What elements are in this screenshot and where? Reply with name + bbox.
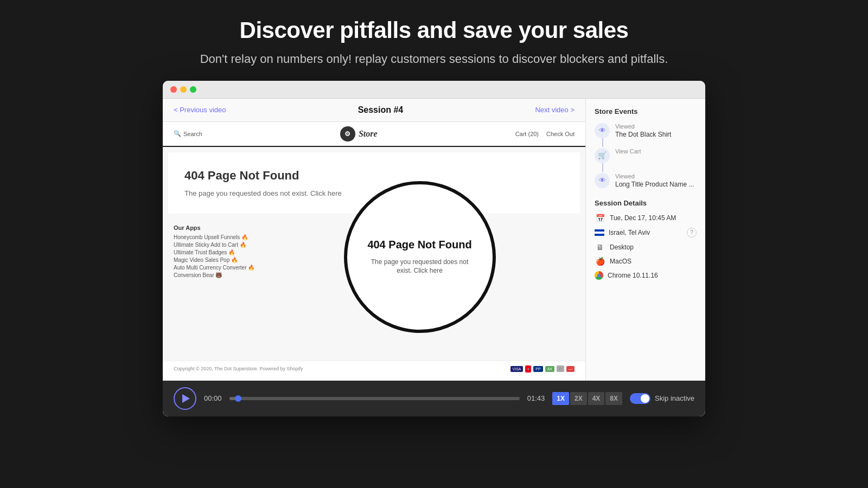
speed-1x-button[interactable]: 1X xyxy=(552,392,569,405)
dot-yellow[interactable] xyxy=(180,86,187,93)
speed-4x-button[interactable]: 4X xyxy=(588,392,605,405)
browser-titlebar xyxy=(163,81,705,99)
event-action: Viewed xyxy=(615,123,697,130)
website-content: 🔍 Search ⚙ Store Cart (20) Check Out xyxy=(163,122,585,377)
search-label: Search xyxy=(183,131,202,137)
browser-window: < Previous video Session #4 Next video >… xyxy=(163,81,705,416)
store-events-title: Store Events xyxy=(595,107,697,115)
flag-icon xyxy=(595,229,604,236)
detail-location: Israel, Tel Aviv xyxy=(609,229,650,236)
event-list: 👁 Viewed The Dot Black Shirt 🛒 View Cart xyxy=(595,123,697,188)
event-item: 👁 Viewed Long Title Product Name ... xyxy=(595,173,697,188)
player-bar: 00:00 01:43 1X 2X 4X 8X Skip inactive xyxy=(163,381,705,416)
progress-dot xyxy=(235,395,241,402)
detail-os: MacOS xyxy=(610,258,631,265)
speed-2x-button[interactable]: 2X xyxy=(570,392,587,405)
circle-404-desc: The page you requested does not exist. C… xyxy=(363,258,476,276)
event-info: View Cart xyxy=(615,148,697,156)
time-start: 00:00 xyxy=(204,394,222,402)
cart-link[interactable]: Cart (20) xyxy=(515,131,539,137)
session-nav: < Previous video Session #4 Next video > xyxy=(163,99,585,122)
event-action: Viewed xyxy=(615,173,697,179)
speed-controls: 1X 2X 4X 8X xyxy=(552,392,622,405)
mc-icon: ● xyxy=(525,365,531,373)
store-search: 🔍 Search xyxy=(174,130,202,137)
sidebar: Store Events 👁 Viewed The Dot Black Shir… xyxy=(586,99,705,381)
session-title: Session #4 xyxy=(358,105,404,115)
store-cart-links: Cart (20) Check Out xyxy=(515,131,575,137)
progress-bar[interactable] xyxy=(229,397,520,400)
calendar-icon: 📅 xyxy=(595,214,605,222)
dot-green[interactable] xyxy=(190,86,196,93)
other-icon: — xyxy=(566,366,575,372)
store-header: 🔍 Search ⚙ Store Cart (20) Check Out xyxy=(163,122,585,147)
subtitle: Don't relay on numbers only! replay cust… xyxy=(22,51,846,68)
main-title: Discover pitfalls and save your sales xyxy=(22,17,846,43)
detail-row-os: 🍎 MacOS xyxy=(595,257,697,266)
replay-area: < Previous video Session #4 Next video >… xyxy=(163,99,586,381)
play-icon xyxy=(182,394,190,403)
circle-404-title: 404 Page Not Found xyxy=(367,239,471,251)
event-action: View Cart xyxy=(615,148,697,155)
detail-row-location: Israel, Tel Aviv ? xyxy=(595,228,697,237)
store-logo: ⚙ Store xyxy=(340,126,378,142)
skip-inactive-label: Skip inactive xyxy=(655,394,694,402)
page-404-title: 404 Page Not Found xyxy=(184,169,564,183)
chrome-icon xyxy=(595,271,603,280)
paypal-icon: PP xyxy=(533,366,542,372)
payment-icons: VISA ● PP AX ⊳ — xyxy=(510,365,575,373)
copyright-text: Copyright © 2020, The Dot Superstore. Po… xyxy=(174,366,303,371)
eye-icon-2: 👁 xyxy=(595,173,610,188)
time-end: 01:43 xyxy=(527,394,545,402)
detail-device: Desktop xyxy=(610,243,634,251)
detail-datetime: Tue, Dec 17, 10:45 AM xyxy=(610,214,676,222)
detail-row-device: 🖥 Desktop xyxy=(595,243,697,252)
header-section: Discover pitfalls and save your sales Do… xyxy=(0,0,868,81)
toggle-knob xyxy=(641,394,649,403)
detail-row-datetime: 📅 Tue, Dec 17, 10:45 AM xyxy=(595,214,697,222)
desktop-icon: 🖥 xyxy=(595,243,605,252)
pay-icon: ⊳ xyxy=(557,365,564,372)
prev-video-link[interactable]: < Previous video xyxy=(174,106,226,114)
amex-icon: AX xyxy=(545,366,554,372)
toggle-wrapper: Skip inactive xyxy=(630,393,694,404)
visa-icon: VISA xyxy=(510,366,524,372)
event-item: 🛒 View Cart xyxy=(595,148,697,163)
session-details-title: Session Details xyxy=(595,199,697,207)
detail-browser: Chrome 10.11.16 xyxy=(608,272,658,279)
speed-8x-button[interactable]: 8X xyxy=(605,392,622,405)
next-video-link[interactable]: Next video > xyxy=(535,106,575,114)
website-footer: Copyright © 2020, The Dot Superstore. Po… xyxy=(163,361,585,377)
detail-row-browser: Chrome 10.11.16 xyxy=(595,271,697,280)
play-button[interactable] xyxy=(174,387,196,410)
circle-overlay: 404 Page Not Found The page you requeste… xyxy=(344,181,496,333)
event-name: Long Title Product Name ... xyxy=(615,181,697,188)
dot-red[interactable] xyxy=(170,86,177,93)
browser-content: < Previous video Session #4 Next video >… xyxy=(163,99,705,381)
skip-inactive-toggle[interactable] xyxy=(630,393,650,404)
store-logo-icon: ⚙ xyxy=(340,126,355,142)
eye-icon: 👁 xyxy=(595,123,610,138)
event-name: The Dot Black Shirt xyxy=(615,131,697,138)
event-info: Viewed Long Title Product Name ... xyxy=(615,173,697,188)
search-icon: 🔍 xyxy=(174,130,181,137)
event-item: 👁 Viewed The Dot Black Shirt xyxy=(595,123,697,138)
apple-icon: 🍎 xyxy=(595,257,605,266)
store-logo-text: Store xyxy=(359,129,378,139)
help-icon[interactable]: ? xyxy=(687,228,697,237)
cart-icon: 🛒 xyxy=(595,148,610,163)
checkout-link[interactable]: Check Out xyxy=(546,131,575,137)
event-info: Viewed The Dot Black Shirt xyxy=(615,123,697,138)
